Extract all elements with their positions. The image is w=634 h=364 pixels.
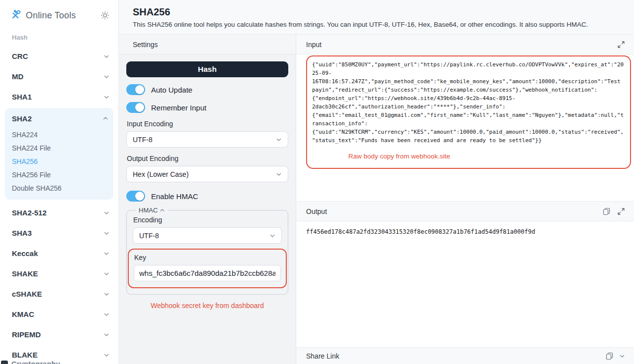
io-panel: Input {"uuid":"850MZ0UY","payment_url":"… [296,35,634,364]
sidebar-item-kmac[interactable]: KMAC [0,304,118,324]
sidebar-item-label: SHA2-512 [12,208,47,217]
sidebar-item-label: SHA1 [12,93,32,101]
chevron-down-icon [104,94,109,100]
cryptography-section: Cryptography [0,360,60,364]
page-description: This SHA256 online tool helps you calcul… [133,21,620,28]
sidebar-item-label: BLAKE [12,351,38,359]
input-panel-title: Input [306,41,321,49]
chevron-down-icon [104,230,109,236]
sidebar-item-sha224[interactable]: SHA224 [5,128,113,141]
sidebar-item-double-sha256[interactable]: Double SHA256 [5,181,113,195]
hmac-encoding-select[interactable]: UTF-8 [133,227,282,244]
page-header: SHA256 This SHA256 online tool helps you… [119,0,634,35]
input-annotation-box: {"uuid":"850MZ0UY","payment_url":"https:… [306,55,631,169]
input-encoding-value: UTF-8 [133,136,153,144]
cryptography-icon [1,361,8,364]
chevron-down-icon [104,312,109,317]
output-panel-title: Output [306,208,327,215]
input-panel-header: Input [296,35,634,54]
sidebar-item-md[interactable]: MD [0,66,118,87]
sidebar-item-sha256[interactable]: SHA256 [5,155,113,168]
share-expand-chevron-icon[interactable] [619,353,625,359]
hmac-key-annotation-text: Webhook secret key from dashboard [126,302,288,310]
sidebar-item-label: SHA2 [12,114,32,123]
hmac-legend[interactable]: HMAC [136,207,168,214]
app-title: Online Tools [26,10,76,21]
remember-input-toggle[interactable] [126,102,145,113]
sidebar-item-ripemd[interactable]: RIPEMD [0,324,118,345]
sidebar-item-keccak[interactable]: Keccak [0,243,118,263]
settings-panel-header: Settings [119,35,296,54]
sidebar-item-label: cSHAKE [12,290,42,298]
toggle-knob [135,85,144,94]
chevron-down-icon [276,137,282,143]
hmac-encoding-label: Encoding [133,216,282,224]
chevron-up-icon [103,115,108,121]
logo-row: Online Tools [0,0,118,21]
output-encoding-label: Output Encoding [127,155,288,162]
hmac-key-label: Key [134,254,281,261]
hmac-key-annotation-box: Key [128,249,287,288]
chevron-down-icon [104,251,109,257]
output-hash-value: ff456ed178c487a2fd323043315320f8ec090832… [306,228,624,235]
sidebar-item-label: MD [12,72,23,81]
theme-toggle-sun-icon[interactable] [101,11,109,20]
sidebar-item-sha2[interactable]: SHA2 [5,109,113,128]
tools-logo-icon [10,10,21,21]
sidebar-item-sha256-file[interactable]: SHA256 File [5,168,113,181]
input-encoding-select[interactable]: UTF-8 [126,131,288,148]
chevron-down-icon [104,53,109,59]
app-root: Online Tools Hash CRC MD SHA1 [0,0,634,364]
sidebar-item-sha2-512[interactable]: SHA2-512 [0,203,118,223]
enable-hmac-label: Enable HMAC [151,192,198,201]
output-expand-icon[interactable] [617,208,625,215]
chevron-down-icon [104,271,109,277]
main-area: SHA256 This SHA256 online tool helps you… [119,0,634,364]
toggle-knob [135,103,144,112]
settings-panel: Settings Hash Auto Update Remember Input… [119,35,296,364]
sidebar-nav: CRC MD SHA1 SHA2 SHA224 SHA224 File SHA2… [0,46,118,364]
hash-button[interactable]: Hash [126,61,288,77]
cryptography-section-label: Cryptography [11,360,60,364]
chevron-down-icon [104,210,109,216]
sidebar-item-crc[interactable]: CRC [0,46,118,66]
sidebar-item-sha3[interactable]: SHA3 [0,223,118,243]
sidebar-item-shake[interactable]: SHAKE [0,263,118,284]
input-expand-icon[interactable] [617,41,625,49]
output-copy-icon[interactable] [603,208,610,215]
sidebar: Online Tools Hash CRC MD SHA1 [0,0,119,364]
hmac-fieldset: HMAC Encoding UTF-8 Key [126,207,288,295]
enable-hmac-toggle[interactable] [126,191,145,202]
input-body: {"uuid":"850MZ0UY","payment_url":"https:… [296,54,634,201]
sidebar-item-label: Keccak [12,249,38,258]
input-annotation-text: Raw body copy from webhook.site [312,153,625,160]
chevron-up-icon [159,208,165,213]
sidebar-item-sha1[interactable]: SHA1 [0,87,118,107]
chevron-down-icon [269,233,275,239]
sidebar-item-sha224-file[interactable]: SHA224 File [5,141,113,155]
sidebar-item-cshake[interactable]: cSHAKE [0,284,118,304]
input-encoding-label: Input Encoding [127,120,288,128]
chevron-down-icon [104,352,109,358]
hmac-legend-label: HMAC [139,207,158,214]
chevron-down-icon [104,291,109,297]
sidebar-item-label: RIPEMD [12,330,41,339]
hash-section-label: Hash [12,34,118,41]
remember-input-label: Remember Input [151,104,207,112]
chevron-down-icon [104,74,109,80]
output-encoding-select[interactable]: Hex (Lower Case) [126,166,288,182]
hmac-key-input[interactable] [134,265,281,281]
sidebar-group-sha2: SHA2 SHA224 SHA224 File SHA256 SHA256 Fi… [5,108,113,200]
share-link-title: Share Link [306,352,339,360]
sidebar-item-label: SHAKE [12,269,38,278]
share-copy-icon[interactable] [606,352,613,360]
sidebar-item-label: KMAC [12,310,34,318]
page-title: SHA256 [133,6,620,18]
output-panel-header: Output [296,201,634,221]
sidebar-item-label: SHA3 [12,229,32,237]
auto-update-toggle[interactable] [126,84,145,95]
chevron-down-icon [619,353,625,359]
toggle-knob [135,192,144,201]
sidebar-item-label: CRC [12,52,28,60]
input-textarea[interactable]: {"uuid":"850MZ0UY","payment_url":"https:… [312,60,625,145]
